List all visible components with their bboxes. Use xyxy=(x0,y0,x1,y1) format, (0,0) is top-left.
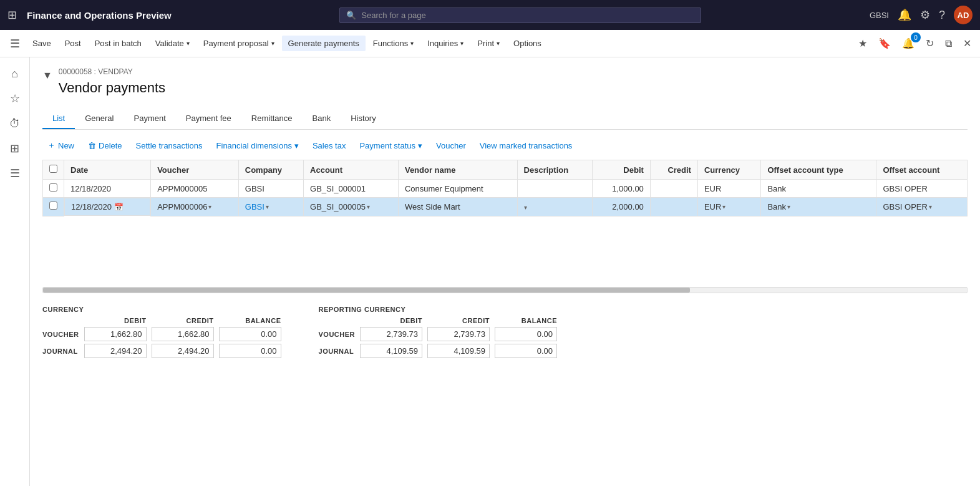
open-in-new-icon[interactable]: ⧉ xyxy=(941,36,956,52)
scrollbar-thumb[interactable] xyxy=(43,288,690,293)
row-2-check-cell[interactable] xyxy=(43,198,64,216)
table-row[interactable]: 12/18/2020 APPM000005 GBSI GB_SI_000001 … xyxy=(43,180,968,198)
payment-proposal-label: Payment proposal xyxy=(203,39,269,48)
tab-history[interactable]: History xyxy=(341,109,386,129)
table-row[interactable]: 12/18/2020 📅 APPM000006 ▾ GBSI ▾ xyxy=(43,198,968,216)
tab-payment[interactable]: Payment xyxy=(124,109,175,129)
data-table-wrapper: Date Voucher Company Account Vendor name… xyxy=(42,160,968,284)
print-button[interactable]: Print ▾ xyxy=(471,36,506,51)
currency-voucher-balance-input[interactable] xyxy=(219,327,281,341)
row-1-checkbox[interactable] xyxy=(49,183,57,192)
row-2-description: ▾ xyxy=(517,198,592,216)
sales-tax-button[interactable]: Sales tax xyxy=(308,139,351,153)
currency-voucher-debit-input[interactable] xyxy=(84,327,147,341)
col-check-header[interactable] xyxy=(43,160,64,180)
offset-type-dropdown[interactable]: Bank ▾ xyxy=(767,202,790,211)
row-2-account: GB_SI_000005 ▾ xyxy=(304,198,399,216)
payments-table: Date Voucher Company Account Vendor name… xyxy=(42,160,968,216)
refresh-icon[interactable]: ↻ xyxy=(922,35,938,52)
voucher-dropdown-arrow[interactable]: ▾ xyxy=(208,203,211,210)
rep-voucher-debit-input[interactable] xyxy=(360,327,422,341)
new-button[interactable]: ＋ New xyxy=(42,137,79,153)
col-offset-account-type-header: Offset account type xyxy=(761,160,876,180)
row-1-check-cell[interactable] xyxy=(43,180,64,198)
rep-journal-balance-input[interactable] xyxy=(495,344,557,358)
calendar-icon[interactable]: 📅 xyxy=(114,203,124,211)
select-all-checkbox[interactable] xyxy=(49,165,57,173)
rep-journal-credit-input[interactable] xyxy=(427,344,490,358)
options-button[interactable]: Options xyxy=(507,36,548,51)
tab-list[interactable]: List xyxy=(42,109,75,129)
currency-dropdown[interactable]: EUR ▾ xyxy=(704,202,725,211)
voucher-dropdown[interactable]: APPM000006 ▾ xyxy=(157,202,211,211)
sidebar-item-modules[interactable]: ☰ xyxy=(4,162,26,185)
offset-type-dropdown-arrow[interactable]: ▾ xyxy=(787,203,790,210)
description-dropdown[interactable]: ▾ xyxy=(524,204,527,211)
tab-remittance[interactable]: Remittance xyxy=(241,109,303,129)
offset-account-dropdown-arrow[interactable]: ▾ xyxy=(929,203,932,210)
sidebar-item-home[interactable]: ⌂ xyxy=(4,62,26,85)
post-button[interactable]: Post xyxy=(59,36,87,51)
currency-section-label: CURRENCY xyxy=(42,306,281,313)
print-label: Print xyxy=(477,39,494,48)
sidebar-item-recent[interactable]: ⏱ xyxy=(4,112,26,135)
company-dropdown[interactable]: GBSI ▾ xyxy=(245,202,269,211)
description-dropdown-arrow[interactable]: ▾ xyxy=(524,204,527,211)
financial-dimensions-button[interactable]: Financial dimensions ▾ xyxy=(211,139,304,153)
sidebar-toggle-icon[interactable]: ☰ xyxy=(5,34,25,53)
settle-transactions-button[interactable]: Settle transactions xyxy=(131,139,208,153)
currency-journal-balance-input[interactable] xyxy=(219,344,281,358)
row-2-checkbox[interactable] xyxy=(49,202,57,210)
notification-icon[interactable]: 🔔 xyxy=(898,8,911,22)
company-dropdown-arrow[interactable]: ▾ xyxy=(266,203,269,210)
page-title: Vendor payments xyxy=(59,80,165,96)
footer-totals: CURRENCY DEBIT CREDIT BALANCE VOUCHER JO… xyxy=(42,299,968,358)
row-1-debit: 1,000.00 xyxy=(592,180,650,198)
functions-label: Functions xyxy=(373,39,408,48)
help-icon[interactable]: ? xyxy=(939,9,945,22)
user-avatar[interactable]: AD xyxy=(954,6,973,24)
sidebar-item-favorites[interactable]: ☆ xyxy=(4,87,26,110)
close-icon[interactable]: ✕ xyxy=(959,35,975,52)
functions-button[interactable]: Functions ▾ xyxy=(367,36,420,51)
save-button[interactable]: Save xyxy=(26,36,57,51)
col-currency-header: Currency xyxy=(697,160,760,180)
currency-journal-debit-input[interactable] xyxy=(84,344,147,358)
col-offset-account-header: Offset account xyxy=(876,160,968,180)
row-1-vendor-name: Consumer Equipment xyxy=(398,180,517,198)
payment-status-button[interactable]: Payment status ▾ xyxy=(354,139,427,153)
search-bar: 🔍 xyxy=(339,7,701,23)
settings-icon[interactable]: ⚙ xyxy=(920,8,930,22)
rep-voucher-credit-input[interactable] xyxy=(427,327,490,341)
rep-voucher-balance-input[interactable] xyxy=(495,327,557,341)
tab-payment-fee[interactable]: Payment fee xyxy=(176,109,241,129)
currency-dropdown-arrow[interactable]: ▾ xyxy=(722,203,725,210)
favorites-icon[interactable]: ★ xyxy=(855,35,871,52)
bookmark-icon[interactable]: 🔖 xyxy=(875,35,895,52)
sidebar-item-workspaces[interactable]: ⊞ xyxy=(4,137,26,160)
row-1-offset-account: GBSI OPER xyxy=(876,180,968,198)
filter-icon[interactable]: ▼ xyxy=(42,70,52,81)
post-in-batch-button[interactable]: Post in batch xyxy=(89,36,148,51)
currency-voucher-credit-input[interactable] xyxy=(152,327,214,341)
search-input[interactable] xyxy=(361,11,694,20)
payment-proposal-button[interactable]: Payment proposal ▾ xyxy=(197,36,281,51)
inquiries-button[interactable]: Inquiries ▾ xyxy=(421,36,470,51)
account-dropdown[interactable]: GB_SI_000005 ▾ xyxy=(310,202,370,211)
delete-button[interactable]: 🗑 Delete xyxy=(83,139,127,153)
grid-icon[interactable]: ⊞ xyxy=(7,8,17,22)
tab-bank[interactable]: Bank xyxy=(303,109,341,129)
row-2-currency: EUR ▾ xyxy=(697,198,760,216)
tab-general[interactable]: General xyxy=(75,109,124,129)
currency-journal-credit-input[interactable] xyxy=(152,344,214,358)
voucher-button[interactable]: Voucher xyxy=(431,139,471,153)
app-title: Finance and Operations Preview xyxy=(27,10,172,21)
horizontal-scrollbar[interactable] xyxy=(42,287,968,293)
rep-journal-debit-input[interactable] xyxy=(360,344,422,358)
account-dropdown-arrow[interactable]: ▾ xyxy=(367,203,370,210)
currency-journal-row-label: JOURNAL xyxy=(42,347,79,355)
view-marked-transactions-button[interactable]: View marked transactions xyxy=(475,139,578,153)
validate-button[interactable]: Validate ▾ xyxy=(149,36,196,51)
generate-payments-button[interactable]: Generate payments xyxy=(282,36,366,51)
offset-account-dropdown[interactable]: GBSI OPER ▾ xyxy=(883,202,932,211)
